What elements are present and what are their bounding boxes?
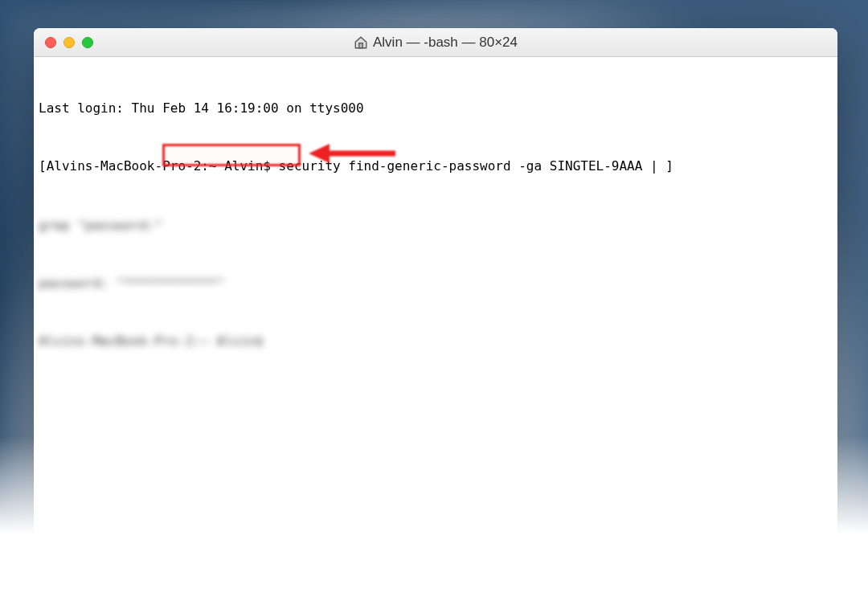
window-title: Alvin — -bash — 80×24 xyxy=(354,35,518,51)
terminal-blurred-line-3: Alvins-MacBook-Pro-2:~ Alvin$ xyxy=(39,332,833,351)
terminal-line-1: Last login: Thu Feb 14 16:19:00 on ttys0… xyxy=(39,99,833,118)
annotation-highlight-box xyxy=(162,144,301,166)
annotation-arrow xyxy=(307,137,403,170)
traffic-lights xyxy=(34,37,93,48)
close-button[interactable] xyxy=(45,37,56,48)
terminal-line-2: [Alvins-MacBook-Pro-2:~ Alvin$ security … xyxy=(39,157,833,176)
home-icon xyxy=(354,35,368,50)
terminal-blurred-line-2: password: "************" xyxy=(39,274,833,293)
zoom-button[interactable] xyxy=(82,37,93,48)
svg-rect-0 xyxy=(359,43,363,47)
window-title-text: Alvin — -bash — 80×24 xyxy=(373,35,518,51)
terminal-content[interactable]: Last login: Thu Feb 14 16:19:00 on ttys0… xyxy=(34,57,837,542)
terminal-window: Alvin — -bash — 80×24 Last login: Thu Fe… xyxy=(34,28,837,542)
minimize-button[interactable] xyxy=(63,37,75,48)
terminal-blurred-line-1: grep "password:" xyxy=(39,216,833,235)
svg-marker-2 xyxy=(309,144,330,163)
window-titlebar[interactable]: Alvin — -bash — 80×24 xyxy=(34,28,837,57)
